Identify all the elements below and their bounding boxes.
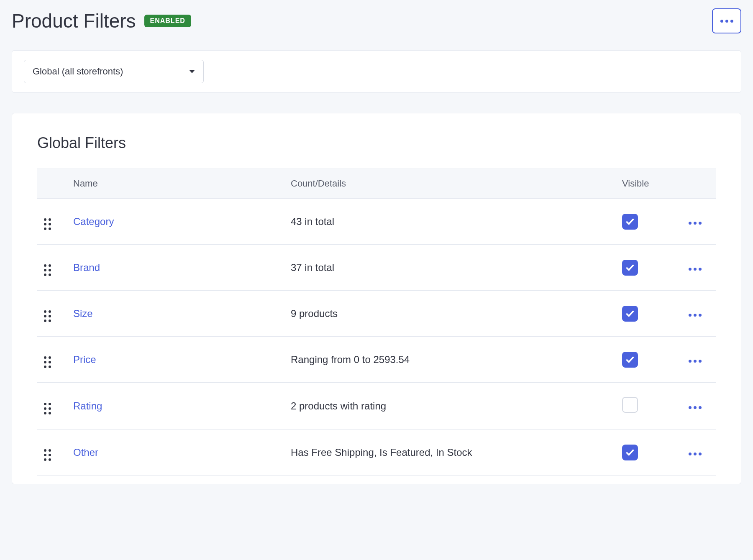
filter-name-link[interactable]: Price xyxy=(73,354,96,365)
filter-details: 2 products with rating xyxy=(291,400,386,412)
visible-checkbox[interactable] xyxy=(622,260,638,276)
table-row: Category43 in total xyxy=(37,199,716,245)
row-more-button[interactable] xyxy=(689,222,702,225)
table-row: Size9 products xyxy=(37,291,716,337)
filter-name-link[interactable]: Other xyxy=(73,447,98,458)
page-title: Product Filters xyxy=(12,10,136,32)
drag-handle-icon[interactable] xyxy=(44,356,51,368)
col-header-name: Name xyxy=(67,169,284,199)
row-more-button[interactable] xyxy=(689,360,702,363)
drag-handle-icon[interactable] xyxy=(44,218,51,230)
visible-checkbox[interactable] xyxy=(622,445,638,460)
table-row: PriceRanging from 0 to 2593.54 xyxy=(37,337,716,383)
col-header-visible: Visible xyxy=(615,169,674,199)
row-more-button[interactable] xyxy=(689,268,702,271)
section-title: Global Filters xyxy=(37,134,716,152)
filter-name-link[interactable]: Brand xyxy=(73,262,100,273)
page-more-button[interactable] xyxy=(712,8,741,33)
drag-handle-icon[interactable] xyxy=(44,310,51,322)
page-header: Product Filters ENABLED xyxy=(12,8,741,33)
filter-details: 37 in total xyxy=(291,262,334,273)
visible-checkbox[interactable] xyxy=(622,306,638,322)
filters-card: Global Filters Name Count/Details Visibl… xyxy=(12,113,741,484)
scope-select[interactable]: Global (all storefronts) xyxy=(24,60,204,83)
visible-checkbox[interactable] xyxy=(622,397,638,413)
col-header-handle xyxy=(37,169,67,199)
scope-card: Global (all storefronts) xyxy=(12,50,741,93)
filter-name-link[interactable]: Size xyxy=(73,308,93,319)
table-row: Rating2 products with rating xyxy=(37,383,716,430)
filter-details: 43 in total xyxy=(291,216,334,227)
drag-handle-icon[interactable] xyxy=(44,449,51,461)
row-more-button[interactable] xyxy=(689,453,702,455)
filter-details: 9 products xyxy=(291,308,338,319)
filter-name-link[interactable]: Category xyxy=(73,216,114,227)
visible-checkbox[interactable] xyxy=(622,352,638,368)
drag-handle-icon[interactable] xyxy=(44,264,51,276)
chevron-down-icon xyxy=(189,70,195,73)
filter-name-link[interactable]: Rating xyxy=(73,400,102,412)
row-more-button[interactable] xyxy=(689,406,702,409)
table-row: Brand37 in total xyxy=(37,245,716,291)
status-badge: ENABLED xyxy=(144,15,191,27)
col-header-details: Count/Details xyxy=(284,169,615,199)
filter-details: Ranging from 0 to 2593.54 xyxy=(291,354,410,365)
visible-checkbox[interactable] xyxy=(622,214,638,230)
col-header-actions xyxy=(674,169,716,199)
drag-handle-icon[interactable] xyxy=(44,403,51,414)
filters-table: Name Count/Details Visible Category43 in… xyxy=(37,169,716,476)
scope-select-label: Global (all storefronts) xyxy=(33,66,123,77)
more-icon xyxy=(720,20,733,23)
table-row: OtherHas Free Shipping, Is Featured, In … xyxy=(37,430,716,476)
row-more-button[interactable] xyxy=(689,314,702,317)
filter-details: Has Free Shipping, Is Featured, In Stock xyxy=(291,447,472,458)
title-group: Product Filters ENABLED xyxy=(12,10,191,32)
